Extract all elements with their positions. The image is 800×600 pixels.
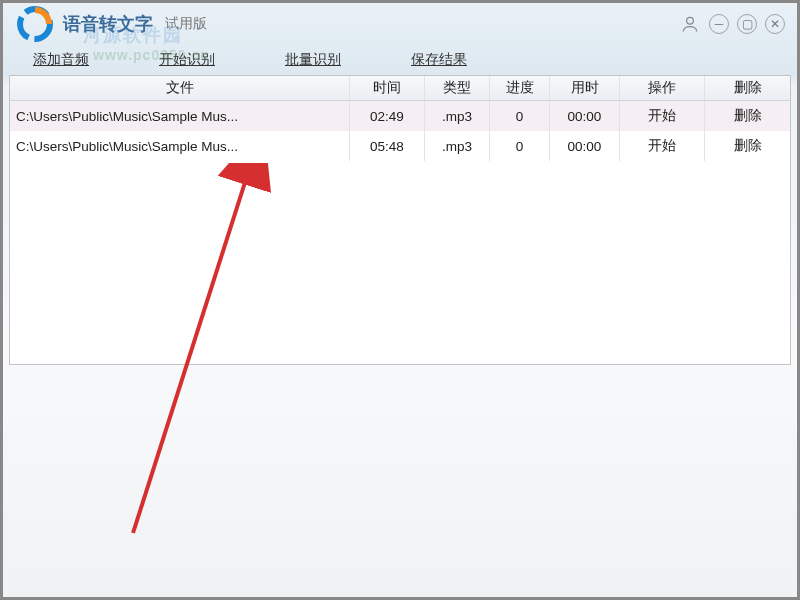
col-operate: 操作 <box>620 76 705 100</box>
close-button[interactable]: ✕ <box>765 14 785 34</box>
app-logo-icon <box>15 4 55 44</box>
trial-label: 试用版 <box>165 15 207 33</box>
col-time: 时间 <box>350 76 425 100</box>
cell-file: C:\Users\Public\Music\Sample Mus... <box>10 131 350 161</box>
table-header-row: 文件 时间 类型 进度 用时 操作 删除 <box>10 76 790 101</box>
user-icon[interactable] <box>679 13 701 35</box>
cell-type: .mp3 <box>425 101 490 131</box>
cell-file: C:\Users\Public\Music\Sample Mus... <box>10 101 350 131</box>
minimize-button[interactable]: ─ <box>709 14 729 34</box>
delete-button[interactable]: 删除 <box>734 137 762 155</box>
cell-used: 00:00 <box>550 131 620 161</box>
file-table: 文件 时间 类型 进度 用时 操作 删除 C:\Users\Public\Mus… <box>9 75 791 365</box>
cell-time: 05:48 <box>350 131 425 161</box>
col-progress: 进度 <box>490 76 550 100</box>
cell-type: .mp3 <box>425 131 490 161</box>
cell-progress: 0 <box>490 131 550 161</box>
table-row[interactable]: C:\Users\Public\Music\Sample Mus...05:48… <box>10 131 790 161</box>
start-button[interactable]: 开始 <box>648 137 676 155</box>
col-file: 文件 <box>10 76 350 100</box>
app-title: 语音转文字 <box>63 12 153 36</box>
svg-point-1 <box>687 17 694 24</box>
col-delete: 删除 <box>705 76 790 100</box>
cell-progress: 0 <box>490 101 550 131</box>
col-type: 类型 <box>425 76 490 100</box>
tab-batch-recognize[interactable]: 批量识别 <box>285 51 341 69</box>
tab-add-audio[interactable]: 添加音频 <box>33 51 89 69</box>
start-button[interactable]: 开始 <box>648 107 676 125</box>
maximize-button[interactable]: ▢ <box>737 14 757 34</box>
cell-time: 02:49 <box>350 101 425 131</box>
cell-used: 00:00 <box>550 101 620 131</box>
delete-button[interactable]: 删除 <box>734 107 762 125</box>
titlebar: 语音转文字 试用版 ─ ▢ ✕ <box>3 3 797 45</box>
col-used: 用时 <box>550 76 620 100</box>
tab-save-results[interactable]: 保存结果 <box>411 51 467 69</box>
table-row[interactable]: C:\Users\Public\Music\Sample Mus...02:49… <box>10 101 790 131</box>
toolbar: 添加音频 开始识别 批量识别 保存结果 <box>3 45 797 75</box>
tab-start-recognize[interactable]: 开始识别 <box>159 51 215 69</box>
